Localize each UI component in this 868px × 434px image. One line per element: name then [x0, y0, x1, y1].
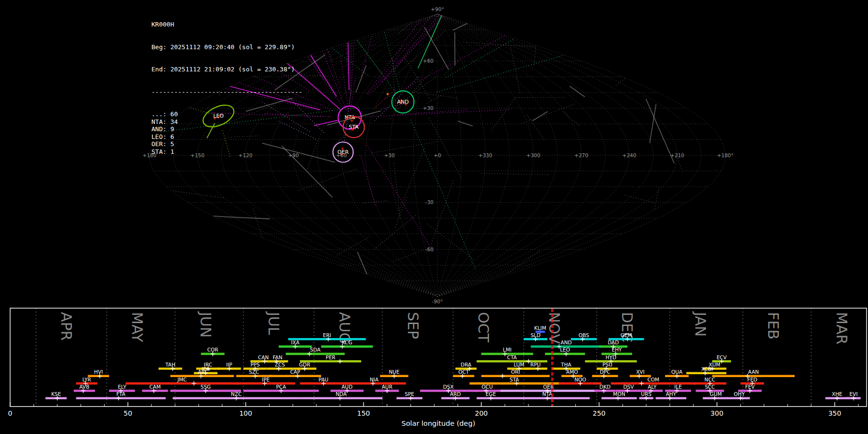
shower-bar-DSX: DSX — [420, 384, 476, 393]
shower-code-label: AVB — [79, 384, 89, 390]
charts-canvas: LEONTASTAANDOER+180+150+120+90+60+30+0+3… — [0, 0, 868, 434]
shower-bar-MON: MON — [601, 391, 637, 400]
shower-code-label: PAU — [319, 377, 329, 382]
peak-marker — [338, 359, 342, 364]
shower-code-label: IIP — [226, 362, 232, 367]
peak-marker — [639, 381, 644, 386]
longitude-label: +240 — [623, 152, 637, 158]
meteor-trail — [374, 215, 417, 250]
shower-bar-TAH: TAH — [159, 362, 182, 371]
shower-bar-KCG: KCG — [321, 339, 373, 349]
shower-code-label: NUE — [389, 369, 399, 375]
meteor-trail — [344, 0, 349, 90]
meteor-trail — [427, 95, 442, 103]
shower-bar-NTA: NTA — [505, 391, 590, 400]
meteor-trail — [395, 46, 402, 60]
shower-code-label: TAH — [165, 362, 176, 367]
end-time-line: End: 20251112 21:09:02 (sol = 230.38°) — [151, 66, 302, 73]
shower-code-label: ERI — [323, 332, 331, 338]
shower-bar-SDA: SDA — [286, 347, 345, 356]
shower-bar-OHY: OHY — [729, 391, 750, 400]
shower-code-label: NZC — [231, 391, 242, 397]
shower-code-label: MON — [613, 391, 625, 397]
south-pole-label: -90° — [432, 298, 443, 304]
shower-code-label: PER — [326, 354, 335, 360]
shower-bar-ZCS: ZCS — [267, 362, 293, 371]
shower-bar-IIP: IIP — [217, 362, 241, 371]
shower-code-label: DKD — [599, 384, 610, 390]
month-label-JUN: JUN — [197, 311, 214, 338]
shower-code-label: ARI — [198, 369, 206, 375]
shower-code-label: ELY — [118, 384, 126, 390]
longitude-label: +180° — [717, 152, 733, 158]
shower-code-label: PCA — [276, 384, 286, 390]
meteor-trail — [393, 250, 424, 261]
longitude-label: +210 — [670, 152, 684, 158]
stray-detection-marker — [387, 93, 389, 95]
shower-bar-PAU: PAU — [300, 377, 347, 386]
shower-code-label: RPU — [530, 362, 541, 367]
shower-code-label: OCU — [482, 384, 493, 390]
longitude-label: +0 — [434, 152, 441, 158]
shower-code-label: XHE — [832, 391, 842, 397]
latitude-label: +60 — [423, 58, 434, 64]
shower-bar-XCB: XCB — [686, 366, 726, 375]
shower-bar-XHE: XHE — [826, 391, 849, 400]
meteor-trail — [351, 77, 355, 110]
shower-code-label: FAN — [272, 354, 282, 360]
shower-code-label: FEV — [745, 384, 755, 390]
shower-code-label: OHY — [734, 391, 745, 397]
activity-timeline: APRMAYJUNJULAUGSEPOCTNOVDECJANFEBMARKLIM… — [8, 308, 867, 427]
shower-code-label: EVI — [850, 391, 858, 397]
shower-code-label: LMI — [503, 347, 512, 353]
shower-code-label: STA — [510, 377, 519, 382]
latitude-label: +30 — [423, 105, 434, 111]
shower-bar-AHY: AHY — [656, 391, 687, 400]
meteor-trail — [253, 209, 267, 250]
shower-bar-DKD: DKD — [595, 384, 616, 393]
shower-code-label: COM — [647, 377, 659, 382]
meteor-trail — [368, 0, 481, 95]
meteor-trail — [385, 29, 517, 99]
shower-code-label: KCG — [342, 339, 353, 345]
x-axis-title: Solar longitude (deg) — [401, 420, 475, 427]
shower-code-label: SCC — [705, 384, 715, 390]
meteor-trail — [214, 216, 270, 219]
shower-code-label: SZC — [249, 369, 259, 375]
meteor-trail — [308, 138, 318, 169]
meteor-trail — [367, 145, 434, 253]
shower-bar-QUA: QUA — [665, 369, 689, 378]
observation-header: KR000H Beg: 20251112 09:20:40 (sol = 229… — [151, 6, 302, 170]
shower-code-label: AAN — [748, 369, 759, 375]
shower-code-label: LYR — [82, 377, 91, 382]
meteor-trail — [350, 0, 353, 105]
shower-code-label: THA — [560, 362, 571, 367]
meteor-trail — [370, 142, 437, 153]
radiant-AND: AND — [392, 91, 414, 113]
shower-code-label: AHY — [666, 391, 677, 397]
shower-bar-ERI: ERI — [288, 332, 366, 341]
shower-code-label: FED — [747, 377, 758, 382]
month-label-APR: APR — [58, 312, 75, 340]
meteor-trail — [393, 58, 395, 113]
shower-bar-COR: COR — [201, 347, 225, 356]
meteor-trail — [655, 187, 659, 209]
shower-code-label: CAP — [290, 369, 300, 375]
longitude-label: +60 — [336, 152, 347, 158]
axis-tick-label: 350 — [828, 409, 841, 417]
axis-tick-label: 300 — [710, 409, 723, 417]
meteor-trail — [511, 48, 520, 94]
shower-bar-CAM: CAM — [142, 384, 168, 393]
meteor-trail — [446, 14, 556, 78]
shower-bar-SSG: SSG — [170, 384, 241, 393]
month-label-MAY: MAY — [129, 312, 146, 342]
meteor-trail — [625, 195, 656, 203]
shower-bar-AUR: AUR — [375, 384, 399, 393]
peak-marker — [192, 381, 196, 386]
shower-code-label: XCB — [701, 366, 711, 372]
shower-code-label: QUA — [671, 369, 683, 375]
month-label-JUL: JUL — [265, 311, 282, 335]
shower-code-label: NDA — [336, 391, 347, 397]
shower-code-label: PSU — [602, 362, 612, 367]
shower-code-label: JMC — [177, 377, 187, 382]
